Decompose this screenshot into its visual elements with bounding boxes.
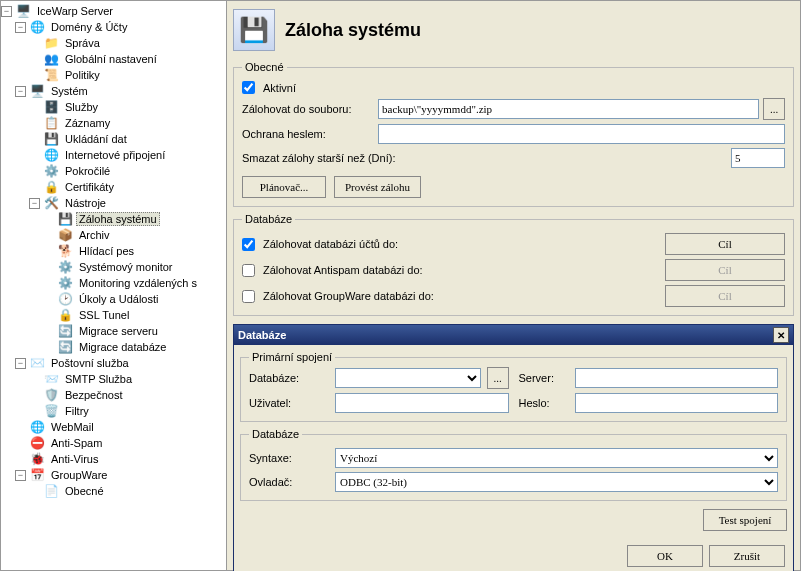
tree-posta[interactable]: −✉️Poštovní služba xyxy=(1,355,226,371)
run-backup-button[interactable]: Provést zálohu xyxy=(334,176,421,198)
tree-domains[interactable]: −🌐Domény & Účty xyxy=(1,19,226,35)
tree-webmail[interactable]: 🌐WebMail xyxy=(1,419,226,435)
globe-icon: 🌐 xyxy=(43,147,59,163)
user-label: Uživatel: xyxy=(249,397,329,409)
scheduler-button[interactable]: Plánovač... xyxy=(242,176,326,198)
tree-archiv[interactable]: 📦Archiv xyxy=(1,227,226,243)
user-input[interactable] xyxy=(335,393,509,413)
page-title: Záloha systému xyxy=(285,20,421,41)
dialog-titlebar[interactable]: Databáze ✕ xyxy=(234,325,793,345)
browse-button[interactable]: ... xyxy=(763,98,785,120)
antispam-db-checkbox[interactable] xyxy=(242,264,255,277)
accounts-db-checkbox[interactable] xyxy=(242,238,255,251)
active-checkbox[interactable] xyxy=(242,81,255,94)
content-panel: 💾 Záloha systému Obecné Aktivní Zálohova… xyxy=(227,1,800,570)
migrate-icon: 🔄 xyxy=(57,323,73,339)
tree-monvzdal[interactable]: ⚙️Monitoring vzdálených s xyxy=(1,275,226,291)
monitor-icon: ⚙️ xyxy=(57,259,73,275)
tree-nastroje[interactable]: −🛠️Nástroje xyxy=(1,195,226,211)
group-primary-conn: Primární spojení Databáze: ... Server: xyxy=(240,351,787,422)
group-general: Obecné Aktivní Zálohovat do souboru: ...… xyxy=(233,61,794,207)
globe-icon: 🌐 xyxy=(29,419,45,435)
tree-migdb[interactable]: 🔄Migrace databáze xyxy=(1,339,226,355)
remote-icon: ⚙️ xyxy=(57,275,73,291)
system-icon: 🖥️ xyxy=(29,83,45,99)
tree-smtp[interactable]: 📨SMTP Služba xyxy=(1,371,226,387)
save-icon: 💾 xyxy=(233,9,275,51)
pass-label: Heslo: xyxy=(519,397,569,409)
log-icon: 📋 xyxy=(43,115,59,131)
tree-cert[interactable]: 🔒Certifikáty xyxy=(1,179,226,195)
tree-zaloha[interactable]: 💾Záloha systému xyxy=(1,211,226,227)
backup-file-input[interactable] xyxy=(378,99,759,119)
legend-db2: Databáze xyxy=(249,428,302,440)
tree-sprava[interactable]: 📁Správa xyxy=(1,35,226,51)
db-label: Databáze: xyxy=(249,372,329,384)
accounts-target-button[interactable]: Cíl xyxy=(665,233,785,255)
tree-groupware[interactable]: −📅GroupWare xyxy=(1,467,226,483)
tree-zaznamy[interactable]: 📋Záznamy xyxy=(1,115,226,131)
database-dialog: Databáze ✕ Primární spojení Databáze: ..… xyxy=(233,324,794,571)
gear-icon: ⚙️ xyxy=(43,163,59,179)
mail-icon: ✉️ xyxy=(29,355,45,371)
tree-pokrocile[interactable]: ⚙️Pokročilé xyxy=(1,163,226,179)
migrate-icon: 🔄 xyxy=(57,339,73,355)
mail-icon: 📨 xyxy=(43,371,59,387)
group-database: Databáze Zálohovat databázi účtů do: Cíl… xyxy=(233,213,794,316)
calendar-icon: 📅 xyxy=(29,467,45,483)
tree-bezp[interactable]: 🛡️Bezpečnost xyxy=(1,387,226,403)
tree-internet[interactable]: 🌐Internetové připojení xyxy=(1,147,226,163)
services-icon: 🗄️ xyxy=(43,99,59,115)
close-icon[interactable]: ✕ xyxy=(773,327,789,343)
tree-ukoly[interactable]: 🕑Úkoly a Události xyxy=(1,291,226,307)
tree-ukladani[interactable]: 💾Ukládání dat xyxy=(1,131,226,147)
users-icon: 👥 xyxy=(43,51,59,67)
groupware-db-label: Zálohovat GroupWare databázi do: xyxy=(263,290,434,302)
archive-icon: 📦 xyxy=(57,227,73,243)
tree-politiky[interactable]: 📜Politiky xyxy=(1,67,226,83)
delete-old-label: Smazat zálohy starší než (Dní): xyxy=(242,152,727,164)
policy-icon: 📜 xyxy=(43,67,59,83)
ok-button[interactable]: OK xyxy=(627,545,703,567)
tree-ssl[interactable]: 🔒SSL Tunel xyxy=(1,307,226,323)
save-icon: 💾 xyxy=(57,211,73,227)
antispam-target-button: Cíl xyxy=(665,259,785,281)
disk-icon: 💾 xyxy=(43,131,59,147)
clock-icon: 🕑 xyxy=(57,291,73,307)
dialog-title: Databáze xyxy=(238,329,286,341)
tree-obecne-gw[interactable]: 📄Obecné xyxy=(1,483,226,499)
db-browse-button[interactable]: ... xyxy=(487,367,509,389)
tree-label: IceWarp Server xyxy=(34,5,116,17)
server-input[interactable] xyxy=(575,368,779,388)
db-select[interactable] xyxy=(335,368,481,388)
tree-migserv[interactable]: 🔄Migrace serveru xyxy=(1,323,226,339)
server-label: Server: xyxy=(519,372,569,384)
globe-icon: 🌐 xyxy=(29,19,45,35)
server-icon: 🖥️ xyxy=(15,3,31,19)
delete-old-input[interactable] xyxy=(731,148,785,168)
tree-antispam[interactable]: ⛔Anti-Spam xyxy=(1,435,226,451)
tree-sysmon[interactable]: ⚙️Systémový monitor xyxy=(1,259,226,275)
syntax-label: Syntaxe: xyxy=(249,452,329,464)
backup-file-label: Zálohovat do souboru: xyxy=(242,103,374,115)
tree-antivirus[interactable]: 🐞Anti-Virus xyxy=(1,451,226,467)
cancel-button[interactable]: Zrušit xyxy=(709,545,785,567)
password-input[interactable] xyxy=(378,124,785,144)
tree-system[interactable]: −🖥️Systém xyxy=(1,83,226,99)
antispam-db-label: Zálohovat Antispam databázi do: xyxy=(263,264,423,276)
groupware-db-checkbox[interactable] xyxy=(242,290,255,303)
nav-tree[interactable]: −🖥️IceWarp Server −🌐Domény & Účty 📁Správ… xyxy=(1,1,227,570)
driver-select[interactable]: ODBC (32-bit) xyxy=(335,472,778,492)
test-connection-button[interactable]: Test spojení xyxy=(703,509,787,531)
tree-glob[interactable]: 👥Globální nastavení xyxy=(1,51,226,67)
lock-icon: 🔒 xyxy=(57,307,73,323)
tree-filtry[interactable]: 🗑️Filtry xyxy=(1,403,226,419)
tree-hlidaci[interactable]: 🐕Hlídací pes xyxy=(1,243,226,259)
tree-sluzby[interactable]: 🗄️Služby xyxy=(1,99,226,115)
legend-general: Obecné xyxy=(242,61,287,73)
tree-root[interactable]: −🖥️IceWarp Server xyxy=(1,3,226,19)
driver-label: Ovladač: xyxy=(249,476,329,488)
page-icon: 📄 xyxy=(43,483,59,499)
pass-input[interactable] xyxy=(575,393,779,413)
syntax-select[interactable]: Výchozí xyxy=(335,448,778,468)
